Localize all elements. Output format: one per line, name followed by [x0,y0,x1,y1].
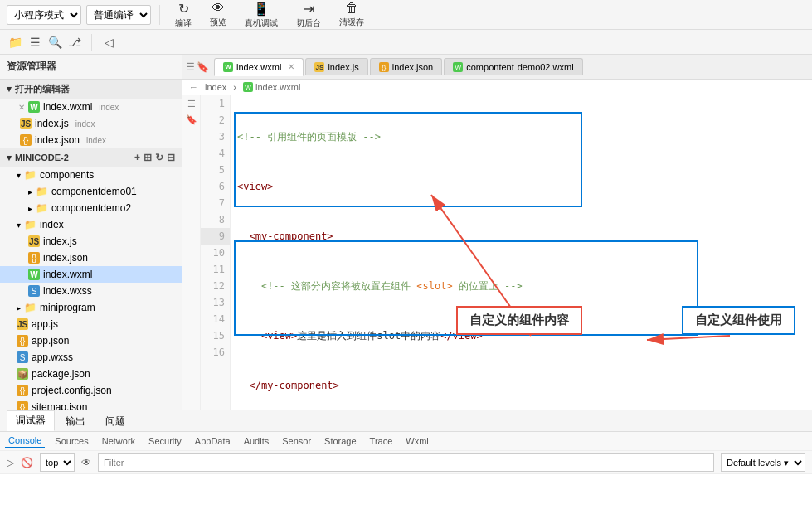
file-app-wxss[interactable]: S app.wxss [0,349,182,366]
folder-componentdemo2[interactable]: ▸ 📁 componentdemo2 [0,200,182,216]
code-editor[interactable]: ☰ 🔖 1 2 3 4 5 6 7 8 9 10 11 12 13 14 15 … [182,95,812,410]
console-tab-sensor[interactable]: Sensor [279,434,314,448]
tab-close-1[interactable]: ✕ [288,62,294,71]
editor-area: ☰ 🔖 W index.wxml ✕ JS index.js {} index.… [182,55,812,410]
device-icon: 📱 [253,1,270,17]
json-icon: {} [20,134,32,146]
project-section[interactable]: ▾ MINICODE-2 + ⊞ ↻ ⊟ [0,148,182,167]
tab-index-json[interactable]: {} index.json [370,58,443,75]
preview-button[interactable]: 👁 预览 [203,0,233,30]
bookmark-icon[interactable]: 🔖 [197,61,209,73]
main-area: 资源管理器 ▾ 打开的编辑器 ✕ W index.wxml index JS i… [0,55,812,410]
console-tab-sources[interactable]: Sources [51,434,91,448]
collapse-icon: ▾ [7,84,12,95]
console-tab-storage[interactable]: Storage [321,434,360,448]
real-device-button[interactable]: 📱 真机调试 [238,0,284,31]
arrow-down-icon: ▾ [17,171,21,180]
app-wxss-icon: S [17,351,28,363]
folder-components[interactable]: ▾ 📁 components [0,167,182,183]
folder-miniprogram[interactable]: ▸ 📁 miniprogram [0,299,182,316]
code-line-6: </my-component> [237,377,805,394]
folder-icon3: 📁 [36,202,48,214]
console-tab-console[interactable]: Console [5,434,45,448]
backend-icon: ⇥ [304,1,314,17]
open-file-index-wxml[interactable]: ✕ W index.wxml index [0,99,182,115]
open-editors-section[interactable]: ▾ 打开的编辑器 [0,80,182,99]
breadcrumb: ← index › W index.wxml [182,80,812,95]
folder-index[interactable]: ▾ 📁 index [0,216,182,233]
left-panel-icon2: 🔖 [186,114,197,125]
file-sitemap-json[interactable]: {} sitemap.json [0,399,182,410]
arrow-down-icon2: ▾ [17,221,21,230]
wxss-file-icon: S [28,285,40,297]
console-tab-audits[interactable]: Audits [241,434,273,448]
tab-wxml-icon: W [223,62,233,72]
git-icon[interactable]: ⎇ [66,34,83,51]
wxml-icon: W [28,101,40,113]
bottom-tab-problems[interactable]: 问题 [96,411,134,431]
console-tab-wxml[interactable]: Wxml [402,434,432,448]
folder-icon: 📁 [24,169,36,181]
bottom-tab-output[interactable]: 输出 [56,411,95,431]
filter-block-icon[interactable]: 🚫 [21,457,33,468]
filter-execute-icon[interactable]: ▷ [7,457,14,468]
tab-json-icon: {} [379,62,389,72]
left-arrow-icon[interactable]: ◁ [100,34,117,51]
file-index-wxml[interactable]: W index.wxml [0,266,182,283]
arrow-right-icon3: ▸ [17,303,21,313]
backend-button[interactable]: ⇥ 切后台 [289,0,328,31]
tab-controls: ☰ 🔖 [186,61,209,73]
open-file-index-js[interactable]: JS index.js index [0,115,182,132]
mode-select[interactable]: 小程序模式 [7,5,81,25]
breadcrumb-icon: W [243,82,253,92]
code-line-1: <!-- 引用组件的页面模版 --> [237,128,805,145]
project-controls: + ⊞ ↻ ⊟ [134,152,175,163]
tab-index-js[interactable]: JS index.js [305,58,367,75]
folder-icon5: 📁 [24,302,36,313]
collapse-all-icon[interactable]: ⊟ [167,152,175,163]
tab-index-wxml[interactable]: W index.wxml ✕ [214,58,304,76]
sidebar-tree: ▾ 📁 components ▸ 📁 componentdemo01 ▸ 📁 c… [0,167,182,410]
js-file-icon: JS [28,235,40,247]
top-select[interactable]: top [40,453,75,472]
close-icon[interactable]: ✕ [18,103,25,112]
file-index-js[interactable]: JS index.js [0,233,182,250]
files-icon[interactable]: 📁 [7,34,23,51]
file-index-json[interactable]: {} index.json [0,250,182,266]
bottom-tab-debugger[interactable]: 调试器 [7,410,55,431]
file-app-js[interactable]: JS app.js [0,316,182,332]
filter-input[interactable] [98,453,714,472]
add-folder-icon[interactable]: ⊞ [143,152,152,163]
tab-menu-icon[interactable]: ☰ [186,61,195,73]
refresh-icon[interactable]: ↻ [155,152,163,163]
file-project-config[interactable]: {} project.config.json [0,382,182,399]
list-icon[interactable]: ☰ [27,34,43,51]
console-tab-network[interactable]: Network [99,434,139,448]
js-icon: JS [20,118,32,129]
app-js-icon: JS [17,318,28,330]
app-json-icon: {} [17,335,28,347]
file-app-json[interactable]: {} app.json [0,332,182,349]
editor-left-panel: ☰ 🔖 [182,95,201,410]
console-tab-trace[interactable]: Trace [367,434,396,448]
add-file-icon[interactable]: + [134,152,140,163]
line-numbers: 1 2 3 4 5 6 7 8 9 10 11 12 13 14 15 16 [201,95,231,410]
search-icon[interactable]: 🔍 [46,34,63,51]
tab-componentdemo02-wxml[interactable]: W compontentdemo02.wxml [444,58,582,75]
console-tab-appdata[interactable]: AppData [192,434,234,448]
tab-bar: ☰ 🔖 W index.wxml ✕ JS index.js {} index.… [182,55,812,80]
folder-componentdemo01[interactable]: ▸ 📁 componentdemo01 [0,183,182,200]
json-file-icon: {} [28,252,40,264]
sitemap-icon: {} [17,401,28,410]
file-index-wxss[interactable]: S index.wxss [0,283,182,299]
back-icon[interactable]: ← [189,82,198,92]
sidebar: 资源管理器 ▾ 打开的编辑器 ✕ W index.wxml index JS i… [0,55,182,410]
default-levels-select[interactable]: Default levels ▾ [721,453,805,472]
clear-button[interactable]: 🗑 清缓存 [333,0,371,30]
compile-button[interactable]: ↻ 编译 [168,0,198,31]
file-package-json[interactable]: 📦 package.json [0,366,182,382]
console-tab-security[interactable]: Security [145,434,185,448]
compile-select[interactable]: 普通编译 [86,5,151,25]
code-content[interactable]: <!-- 引用组件的页面模版 --> <view> <my-component>… [231,95,812,410]
open-file-index-json[interactable]: {} index.json index [0,132,182,148]
